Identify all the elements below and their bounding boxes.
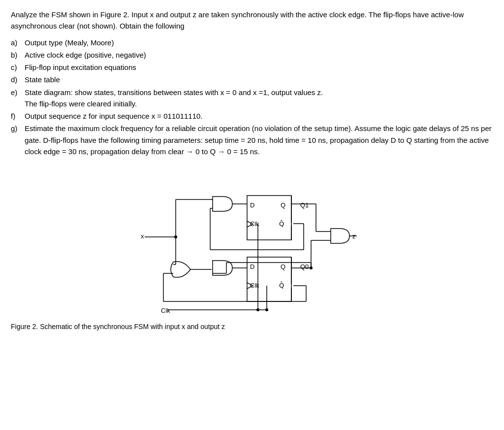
figure-caption: Figure 2. Schematic of the synchronous F…	[11, 323, 493, 331]
ff0-d-label: D	[250, 263, 254, 270]
label-a: a)	[11, 37, 25, 48]
text-e: State diagram: show states, transitions …	[25, 87, 323, 110]
ff1-q-label: Q	[281, 201, 285, 209]
ff0-q-label: Q	[281, 263, 285, 270]
clk-junction	[265, 308, 268, 311]
text-d: State table	[25, 74, 60, 85]
q1-label: Q1	[300, 201, 309, 209]
ff1-d-label: D	[250, 201, 254, 209]
text-a: Output type (Mealy, Moore)	[25, 37, 114, 48]
list-item-d: d) State table	[11, 74, 493, 85]
text-b: Active clock edge (positive, negative)	[25, 49, 146, 61]
label-f: f)	[11, 110, 25, 122]
problem-container: Analyze the FSM shown in Figure 2. Input…	[11, 9, 493, 331]
output-and-gate	[331, 229, 349, 243]
intro-text: Analyze the FSM shown in Figure 2. Input…	[11, 9, 493, 32]
items-list: a) Output type (Mealy, Moore) b) Active …	[11, 37, 493, 158]
label-e: e)	[11, 87, 25, 98]
q0-label: Q0	[300, 263, 309, 270]
label-c: c)	[11, 62, 25, 73]
list-item-g: g) Estimate the maximum clock frequency …	[11, 123, 493, 157]
list-item-c: c) Flip-flop input excitation equations	[11, 62, 493, 73]
list-item-f: f) Output sequence z for input sequence …	[11, 110, 493, 122]
list-item-b: b) Active clock edge (positive, negative…	[11, 49, 493, 61]
ff1-qbar-label: Q̄	[279, 220, 284, 228]
text-c: Flip-flop input excitation equations	[25, 62, 136, 73]
clk-bottom-label: Clk	[161, 307, 170, 314]
text-f: Output sequence z for input sequence x =…	[25, 110, 203, 122]
circuit-svg: text { font-family: Arial, sans-serif; f…	[134, 166, 370, 319]
list-item-a: a) Output type (Mealy, Moore)	[11, 37, 493, 48]
list-item-e: e) State diagram: show states, transitio…	[11, 87, 493, 110]
label-b: b)	[11, 49, 25, 61]
label-g: g)	[11, 123, 25, 134]
clk-junction2	[256, 308, 259, 311]
x-label: x	[141, 232, 144, 240]
label-d: d)	[11, 74, 25, 85]
ff0-qbar-label: Q̄	[279, 282, 284, 289]
text-g: Estimate the maximum clock frequency for…	[25, 123, 493, 157]
upper-and-gate	[213, 197, 232, 211]
lower-or-gate	[171, 262, 190, 277]
circuit-diagram: text { font-family: Arial, sans-serif; f…	[11, 166, 493, 319]
